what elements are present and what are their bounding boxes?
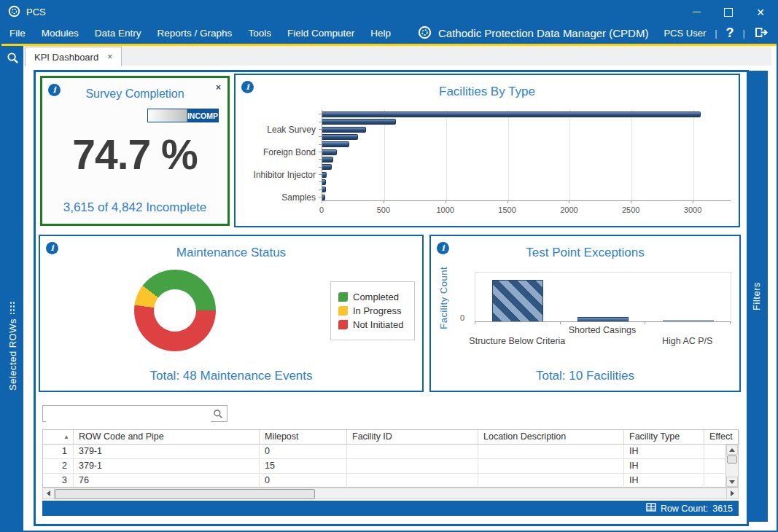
bar-row-4 xyxy=(322,134,358,140)
column-header-facility-type[interactable]: Facility Type xyxy=(624,430,704,445)
app-title: Cathodic Protection Data Manager (CPDM) xyxy=(438,27,648,39)
legend-item: In Progress xyxy=(338,305,414,316)
search-button[interactable] xyxy=(1,46,23,70)
bar-row-2 xyxy=(322,119,396,125)
menu-item-tools[interactable]: Tools xyxy=(240,23,279,44)
category-label: Foreign Bond xyxy=(236,147,316,156)
tab-close-icon[interactable]: × xyxy=(107,52,112,62)
table-cell: IH xyxy=(624,459,704,474)
table-cell: 15 xyxy=(260,459,347,474)
column-header-milepost[interactable]: Milepost xyxy=(260,430,347,445)
menu-item-field-computer[interactable]: Field Computer xyxy=(279,23,362,44)
bar-row-11 xyxy=(322,187,326,192)
menu-item-data-entry[interactable]: Data Entry xyxy=(87,23,149,44)
toggle-knob xyxy=(148,109,187,122)
x-tick-label: 0 xyxy=(306,206,338,214)
vertical-scrollbar[interactable] xyxy=(726,445,738,487)
table-cell: 2 xyxy=(43,459,74,474)
facilities-by-type-panel: i Facilities By Type Leak SurveyForeign … xyxy=(234,74,740,227)
donut-hole xyxy=(154,289,196,332)
selected-rows-label: Selected ROWs xyxy=(7,318,18,391)
testpoint-chart-plot xyxy=(475,272,731,322)
menu-bar: FileModulesData EntryReports / GraphsToo… xyxy=(1,23,777,44)
table-cell: IH xyxy=(624,474,704,488)
menu-items: FileModulesData EntryReports / GraphsToo… xyxy=(1,23,399,44)
table-cell xyxy=(478,474,624,488)
menu-item-help[interactable]: Help xyxy=(362,23,399,44)
x-tick-label: 1500 xyxy=(491,206,524,214)
column-header-location-description[interactable]: Location Description xyxy=(478,430,624,445)
tab-kpi-dashboard[interactable]: KPI Dashboard × xyxy=(25,47,122,66)
column-header-label: Facility Type xyxy=(629,431,680,442)
sort-ascending-icon: ▲ xyxy=(63,434,69,440)
column-header-index[interactable]: ▲ xyxy=(43,430,74,445)
menu-item-modules[interactable]: Modules xyxy=(34,23,87,44)
incomplete-toggle[interactable]: INCOMP xyxy=(147,109,219,122)
bar-row-10 xyxy=(322,179,326,185)
close-button[interactable]: ✕ xyxy=(744,1,777,23)
bar-inhibitor-injector xyxy=(322,172,327,178)
scroll-down-button[interactable] xyxy=(726,477,738,487)
table-cell xyxy=(478,445,624,459)
filters-label: Filters xyxy=(751,282,762,310)
completion-percent: 74.7 % xyxy=(42,130,227,179)
minimize-button[interactable] xyxy=(680,1,712,23)
gridline xyxy=(446,110,447,200)
column-header-label: ROW Code and Pipe xyxy=(79,431,164,442)
panel-title: Test Point Exceptions xyxy=(431,246,739,260)
legend-item: Not Initiated xyxy=(338,319,414,330)
table-cell: 76 xyxy=(74,474,260,488)
scroll-left-button[interactable] xyxy=(43,488,55,498)
scroll-up-button[interactable] xyxy=(726,445,738,455)
table-cell xyxy=(478,459,624,474)
row-count-label: Row Count: xyxy=(661,504,708,514)
table-search-input[interactable] xyxy=(46,407,211,422)
table-row[interactable]: 1379-10IH xyxy=(43,445,738,459)
left-sidebar: Selected ROWs xyxy=(1,46,23,531)
app-window: PCS ✕ FileModulesData EntryReports / Gra… xyxy=(0,0,778,532)
table-cell: 0 xyxy=(260,474,347,488)
help-button[interactable]: ? xyxy=(726,26,734,41)
cpdm-logo-icon xyxy=(418,26,432,42)
horizontal-scroll-thumb[interactable] xyxy=(55,489,315,499)
scroll-right-button[interactable] xyxy=(726,488,738,498)
legend-swatch xyxy=(338,292,348,302)
logout-icon[interactable] xyxy=(754,26,769,41)
category-label: Leak Survey xyxy=(236,125,316,133)
menu-item-file[interactable]: File xyxy=(1,23,34,44)
table-cell xyxy=(704,474,727,488)
pcs-logo-icon xyxy=(8,5,20,20)
column-header-label: Location Description xyxy=(483,431,566,442)
testpoint-total: Total: 10 Facilities xyxy=(431,369,739,383)
table-row[interactable]: 2379-115IH xyxy=(43,459,738,474)
column-header-row-code-and-pipe[interactable]: ROW Code and Pipe xyxy=(74,430,260,445)
category-label: Structure Below Criteria xyxy=(448,336,586,346)
table-cell xyxy=(704,445,727,459)
legend-label: Not Initiated xyxy=(353,319,403,330)
selected-rows-tab[interactable]: Selected ROWs xyxy=(1,301,23,403)
search-icon xyxy=(213,409,223,419)
y-axis-tick: 0 xyxy=(460,313,464,322)
bar-samples xyxy=(322,195,325,200)
panel-close-icon[interactable]: × xyxy=(216,82,221,93)
vertical-scroll-thumb[interactable] xyxy=(727,455,737,463)
table-cell xyxy=(347,474,478,488)
column-header-label: Facility ID xyxy=(352,431,392,442)
column-header-facility-id[interactable]: Facility ID xyxy=(347,430,478,445)
category-label: High AC P/S xyxy=(640,336,735,346)
grid-icon xyxy=(646,503,656,514)
category-label: Samples xyxy=(236,192,316,201)
y-axis-label: Facility Count xyxy=(438,267,449,329)
table-row[interactable]: 3760IH xyxy=(43,474,738,488)
maximize-button[interactable] xyxy=(712,1,744,23)
x-tick-label: 2000 xyxy=(553,206,585,214)
table-search-box xyxy=(42,405,227,422)
separator: | xyxy=(715,28,717,39)
legend-swatch xyxy=(338,306,348,316)
menu-item-reports-graphs[interactable]: Reports / Graphs xyxy=(149,23,241,44)
bar-row-1 xyxy=(322,112,701,117)
horizontal-scrollbar[interactable] xyxy=(42,488,739,499)
column-header-effect[interactable]: Effect xyxy=(704,430,739,445)
toggle-label: INCOMP xyxy=(187,109,218,122)
results-grid: ▲ROW Code and PipeMilepostFacility IDLoc… xyxy=(42,429,739,488)
